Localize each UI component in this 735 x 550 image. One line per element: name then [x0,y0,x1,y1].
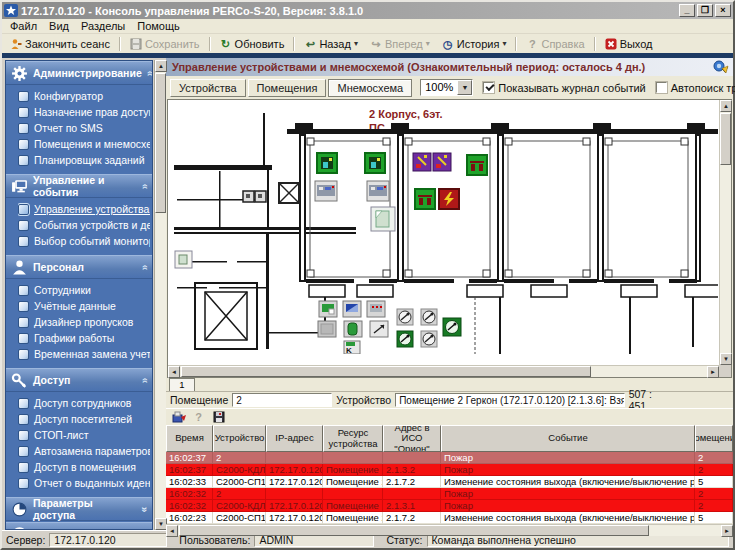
monitor-events-icon[interactable] [713,60,729,74]
zoom-select[interactable]: 100%▼ [420,79,473,96]
sidebar-item-4-1[interactable]: Доступ сотрудников [18,395,150,411]
plan-alarm-device-icon[interactable] [415,189,435,209]
plan-relay-icon[interactable] [397,309,413,325]
help-icon[interactable]: ? [190,410,207,425]
plan-panel-cluster[interactable]: K [318,301,388,354]
menu-item-1[interactable]: Файл [4,20,43,32]
sidebar-section-header-3[interactable]: Персонал» [6,255,152,279]
event-row-2[interactable]: 16:02:37С2000-КДЛ172.17.0.120Помещение 2… [166,464,733,476]
закончить-сеанс-button[interactable]: Закончить сеанс [5,37,115,51]
plan-control-panel-icon[interactable] [315,181,337,201]
plan-vertical-scrollbar[interactable]: ▲ ▼ [719,100,731,365]
sidebar-section-header-4[interactable]: Доступ» [6,368,152,392]
sidebar-item-4-4[interactable]: Автозамена параметров до... [18,443,150,459]
scroll-up-arrow-icon[interactable]: ▲ [720,100,732,112]
sidebar-item-3-4[interactable]: Графики работы [18,330,150,346]
выход-button[interactable]: Выход [600,37,658,51]
sidebar-section-header-6[interactable]: Дисциплина» [6,522,152,530]
sidebar-item-1-3[interactable]: Отчет по SMS [18,120,150,136]
история-button[interactable]: ◷История▾ [437,37,512,51]
minimize-button[interactable]: _ [679,4,695,17]
event-row-6[interactable]: 16:02:23С2000-СП1172.17.0.120Помещение 2… [166,512,733,524]
plan-smoke-detector-icon[interactable] [365,153,385,173]
sidebar-item-3-2[interactable]: Учётные данные [18,298,150,314]
column-header-3[interactable]: IP-адрес [266,425,323,452]
sidebar-item-4-5[interactable]: Доступ в помещения [18,459,150,475]
sidebar-section-header-2[interactable]: Управление и события» [6,174,152,198]
event-row-4[interactable]: 16:02:322Пожар2 [166,488,733,500]
plan-device-pair-icon[interactable] [243,191,266,202]
sidebar-item-3-5[interactable]: Временная замена учетных ... [18,346,150,362]
sidebar-section-header-5[interactable]: Параметры доступа» [6,497,152,521]
column-header-4[interactable]: Ресурс устройства [323,425,383,452]
column-header-2[interactable]: Устройство [213,425,266,452]
scroll-right-arrow-icon[interactable]: ► [721,525,733,537]
close-button[interactable]: × [715,4,731,17]
menu-item-2[interactable]: Вид [43,20,75,32]
sidebar-item-4-2[interactable]: Доступ посетителей [18,411,150,427]
checkbox-auto-find-alarm[interactable]: Автопоиск тревожного устройства [656,82,735,94]
dropdown-arrow-icon[interactable]: ▾ [426,39,430,48]
save-log-icon[interactable] [210,410,227,425]
назад-button[interactable]: ↩Назад▾ [299,37,363,51]
menu-item-4[interactable]: Помощь [131,20,186,32]
plan-relay-active-icon[interactable] [443,318,461,336]
plan-fire-device-icon[interactable] [439,189,459,209]
checkbox-box[interactable] [483,82,494,93]
scrollbar-thumb[interactable] [179,525,649,536]
column-header-7[interactable]: Помещение [695,425,733,452]
chevron-down-icon[interactable]: ▼ [457,80,472,95]
menu-item-3[interactable]: Разделы [75,20,131,32]
collapse-chevron-icon[interactable]: » [140,264,151,270]
collapse-chevron-icon[interactable]: » [140,506,151,512]
column-header-5[interactable]: Адрес в ИСО "Орион" [383,425,441,452]
sidebar-item-2-1[interactable]: Управление устройствами и... [18,201,150,217]
tab-мнемосхема[interactable]: Мнемосхема [328,79,412,97]
checkbox-box[interactable] [656,82,667,93]
plan-page-tab-1[interactable]: 1 [169,378,195,391]
tab-устройства[interactable]: Устройства [170,79,246,97]
sidebar-item-1-2[interactable]: Назначение прав доступа о... [18,104,150,120]
plan-control-panel-icon[interactable] [367,181,389,201]
scroll-down-arrow-icon[interactable]: ▼ [720,353,732,365]
plan-smoke-detector-icon[interactable] [317,153,337,173]
event-row-1[interactable]: 16:02:372Пожар2 [166,452,733,464]
collapse-chevron-icon[interactable]: » [140,377,151,383]
event-row-5[interactable]: 16:02:32С2000-КДЛ172.17.0.120Помещение 2… [166,500,733,512]
sidebar-item-4-6[interactable]: Отчет о выданных идентиф... [18,475,150,491]
collapse-chevron-icon[interactable]: » [140,183,151,189]
sidebar-scrollbar[interactable]: ▲ ▼ [154,60,166,530]
collapse-chevron-icon[interactable]: » [144,70,153,76]
обновить-button[interactable]: ↻Обновить [215,37,290,51]
plan-io-module-icon[interactable] [371,207,395,231]
sidebar-item-3-3[interactable]: Дизайнер пропусков [18,314,150,330]
checkbox-show-event-log[interactable]: Показывать журнал событий [483,82,645,94]
maximize-button[interactable]: ❐ [697,4,713,17]
tab-помещения[interactable]: Помещения [248,79,327,97]
sidebar-item-1-4[interactable]: Помещения и мнемосхема [18,136,150,152]
scroll-right-arrow-icon[interactable]: ► [707,366,719,378]
column-header-1[interactable]: Время [166,425,213,452]
sidebar-item-3-1[interactable]: Сотрудники [18,282,150,298]
plan-relay-icon[interactable] [421,331,437,347]
plan-addressable-device-icon[interactable] [433,153,451,171]
plan-relay-active-icon[interactable] [397,331,413,347]
scroll-left-arrow-icon[interactable]: ◄ [168,366,180,378]
column-header-6[interactable]: Событие [441,425,695,452]
dropdown-arrow-icon[interactable]: ▾ [354,39,358,48]
plan-relay-icon[interactable] [421,309,437,325]
plan-addressable-device-icon[interactable] [413,153,431,171]
plan-alarm-device-icon[interactable] [467,155,487,175]
sidebar-item-1-5[interactable]: Планировщик заданий [18,152,150,168]
sidebar-item-2-3[interactable]: Выбор событий мониторинга [18,233,150,249]
sidebar-item-2-2[interactable]: События устройств и дейст... [18,217,150,233]
dropdown-arrow-icon[interactable]: ▾ [502,39,506,48]
floor-plan[interactable]: 2 Корпус, 6эт. ПС [169,101,718,364]
plan-horizontal-scrollbar[interactable]: ◄ ► [168,365,719,377]
plan-wall-device-icon[interactable] [175,251,192,268]
scroll-left-arrow-icon[interactable]: ◄ [166,525,178,537]
scrollbar-thumb[interactable] [181,366,591,377]
event-row-3[interactable]: 16:02:33С2000-СП1172.17.0.120Помещение 2… [166,476,733,488]
print-report-icon[interactable] [170,410,187,425]
sidebar-item-1-1[interactable]: Конфигуратор [18,88,150,104]
